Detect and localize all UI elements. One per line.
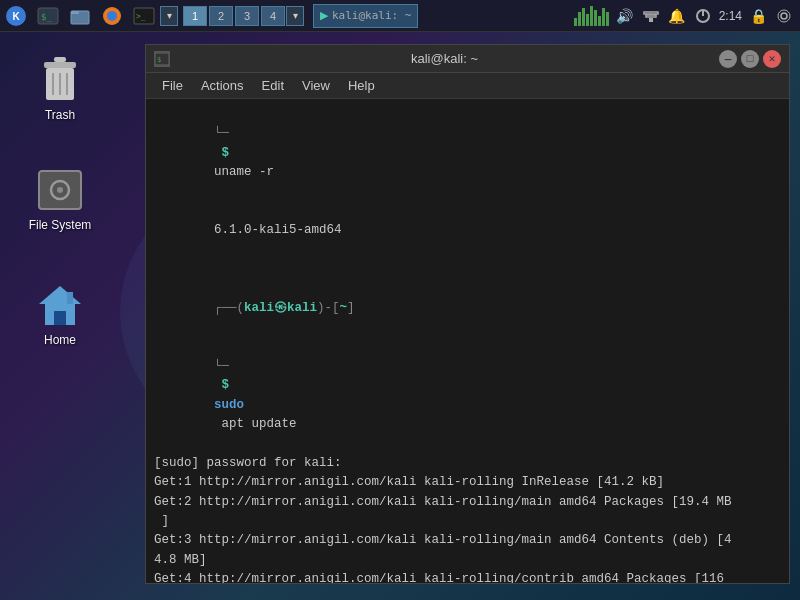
taskbar-dropdown[interactable]: ▾ xyxy=(160,6,178,26)
home-icon-image xyxy=(36,281,84,329)
terminal-line: Get:4 http://mirror.anigil.com/kali kali… xyxy=(154,570,781,583)
settings-icon[interactable] xyxy=(774,6,794,26)
terminal-line: [sudo] password for kali: xyxy=(154,454,781,473)
home-icon[interactable]: Home xyxy=(20,275,100,353)
svg-rect-19 xyxy=(44,62,76,68)
trash-icon-image xyxy=(36,56,84,104)
workspace-3[interactable]: 3 xyxy=(235,6,259,26)
svg-text:K: K xyxy=(12,11,20,22)
taskbar-terminal-window[interactable]: ▶ kali@kali: ~ xyxy=(313,4,418,28)
desktop: K $_ xyxy=(0,0,800,600)
chart-bar xyxy=(582,8,585,26)
trash-label: Trash xyxy=(45,108,75,122)
taskbar-terminal-icon[interactable]: $_ xyxy=(34,2,62,30)
chart-bar xyxy=(578,12,581,26)
chart-bar xyxy=(594,10,597,26)
terminal-title-icon: $ xyxy=(154,51,170,67)
svg-rect-12 xyxy=(644,12,658,14)
svg-rect-29 xyxy=(54,311,66,325)
close-button[interactable]: ✕ xyxy=(763,50,781,68)
prompt-arrow: )-[ xyxy=(317,301,340,315)
taskbar-filemanager-icon[interactable] xyxy=(66,2,94,30)
prompt-arrow: └─ xyxy=(214,359,229,373)
chart-bar xyxy=(606,12,609,26)
terminal-line: Get:2 http://mirror.anigil.com/kali kali… xyxy=(154,493,781,532)
menu-edit[interactable]: Edit xyxy=(254,76,292,95)
chart-bar xyxy=(574,18,577,26)
cmd-apt: apt update xyxy=(214,417,297,431)
power-icon[interactable] xyxy=(693,6,713,26)
svg-rect-30 xyxy=(67,292,73,304)
cpu-chart xyxy=(574,6,609,26)
prompt-arrow: ┌──( xyxy=(214,301,244,315)
svg-point-15 xyxy=(781,13,787,19)
menu-help[interactable]: Help xyxy=(340,76,383,95)
svg-point-16 xyxy=(778,10,790,22)
taskbar-right: 🔊 🔔 2:14 🔒 xyxy=(574,6,800,26)
terminal-title: kali@kali: ~ xyxy=(170,51,719,66)
terminal-content[interactable]: └─ $ uname -r 6.1.0-kali5-amd64 ┌──(kali… xyxy=(146,99,789,583)
cmd-sudo: sudo xyxy=(214,398,244,412)
chart-bar xyxy=(590,6,593,26)
prompt-user: kali㉿kali xyxy=(244,301,317,315)
menu-view[interactable]: View xyxy=(294,76,338,95)
network-icon[interactable] xyxy=(641,6,661,26)
prompt-path: ~ xyxy=(340,301,348,315)
terminal-window: $ kali@kali: ~ — □ ✕ File Actions Edit V… xyxy=(145,44,790,584)
dollar: $ xyxy=(214,378,237,392)
prompt-arrow: └─ xyxy=(214,126,229,140)
workspace-1[interactable]: 1 xyxy=(183,6,207,26)
svg-rect-10 xyxy=(649,18,653,22)
trash-icon[interactable]: Trash xyxy=(20,50,100,128)
filesystem-icon[interactable]: File System xyxy=(20,160,100,238)
chart-bar xyxy=(602,8,605,26)
terminal-titlebar: $ kali@kali: ~ — □ ✕ xyxy=(146,45,789,73)
menu-actions[interactable]: Actions xyxy=(193,76,252,95)
terminal-line: └─ $ uname -r xyxy=(154,105,781,202)
svg-rect-11 xyxy=(646,15,656,17)
taskbar-windows: ▶ kali@kali: ~ xyxy=(312,4,419,28)
chart-bar xyxy=(598,16,601,26)
cmd-uname: uname -r xyxy=(214,165,274,179)
menu-file[interactable]: File xyxy=(154,76,191,95)
terminal-line: ┌──(kali㉿kali)-[~] xyxy=(154,279,781,337)
terminal-controls: — □ ✕ xyxy=(719,50,781,68)
clock: 2:14 xyxy=(719,9,742,23)
prompt-arrow: ] xyxy=(347,301,355,315)
svg-text:$_: $_ xyxy=(41,12,52,22)
filesystem-label: File System xyxy=(29,218,92,232)
terminal-menubar: File Actions Edit View Help xyxy=(146,73,789,99)
taskbar-firefox-icon[interactable] xyxy=(98,2,126,30)
notifications-icon[interactable]: 🔔 xyxy=(667,6,687,26)
svg-point-7 xyxy=(107,11,117,21)
svg-text:$: $ xyxy=(157,56,161,64)
chart-bar xyxy=(586,14,589,26)
svg-rect-5 xyxy=(71,11,79,14)
minimize-button[interactable]: — xyxy=(719,50,737,68)
svg-rect-18 xyxy=(54,57,66,62)
kali-menu-icon[interactable]: K xyxy=(2,2,30,30)
taskbar-terminal2-icon[interactable]: >_ xyxy=(130,2,158,30)
workspace-dropdown[interactable]: ▾ xyxy=(286,6,304,26)
svg-marker-27 xyxy=(39,286,81,304)
svg-text:>_: >_ xyxy=(136,12,146,21)
speaker-icon[interactable]: 🔊 xyxy=(615,6,635,26)
taskbar: K $_ xyxy=(0,0,800,32)
terminal-line: Get:1 http://mirror.anigil.com/kali kali… xyxy=(154,473,781,492)
terminal-line: 6.1.0-kali5-amd64 xyxy=(154,202,781,260)
workspace-2[interactable]: 2 xyxy=(209,6,233,26)
dollar: $ xyxy=(214,146,237,160)
terminal-line: Get:3 http://mirror.anigil.com/kali kali… xyxy=(154,531,781,570)
maximize-button[interactable]: □ xyxy=(741,50,759,68)
taskbar-left: K $_ xyxy=(0,2,574,30)
home-label: Home xyxy=(44,333,76,347)
workspace-4[interactable]: 4 xyxy=(261,6,285,26)
output-uname: 6.1.0-kali5-amd64 xyxy=(214,223,342,237)
terminal-line xyxy=(154,260,781,279)
svg-point-26 xyxy=(57,187,63,193)
filesystem-icon-image xyxy=(36,166,84,214)
lock-icon[interactable]: 🔒 xyxy=(748,6,768,26)
terminal-line: └─ $ sudo apt update xyxy=(154,338,781,454)
workspace-switcher: 1 2 3 4 ▾ xyxy=(182,6,304,26)
